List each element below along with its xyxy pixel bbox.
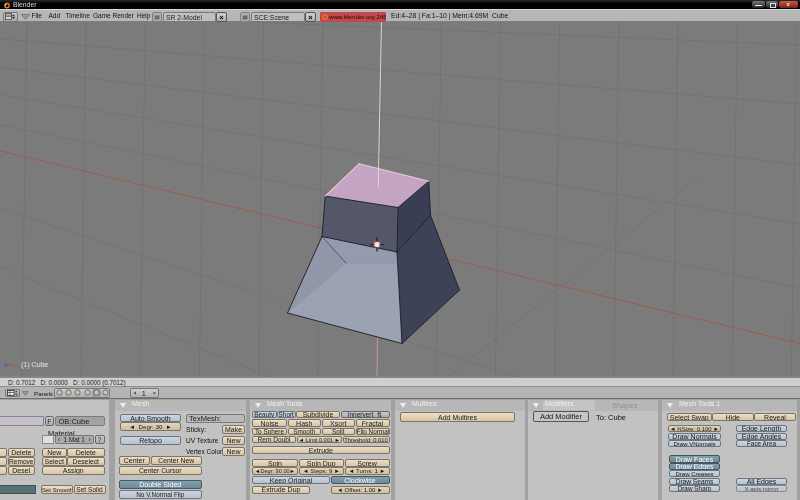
svg-text:(1) Cube: (1) Cube: [21, 361, 48, 369]
